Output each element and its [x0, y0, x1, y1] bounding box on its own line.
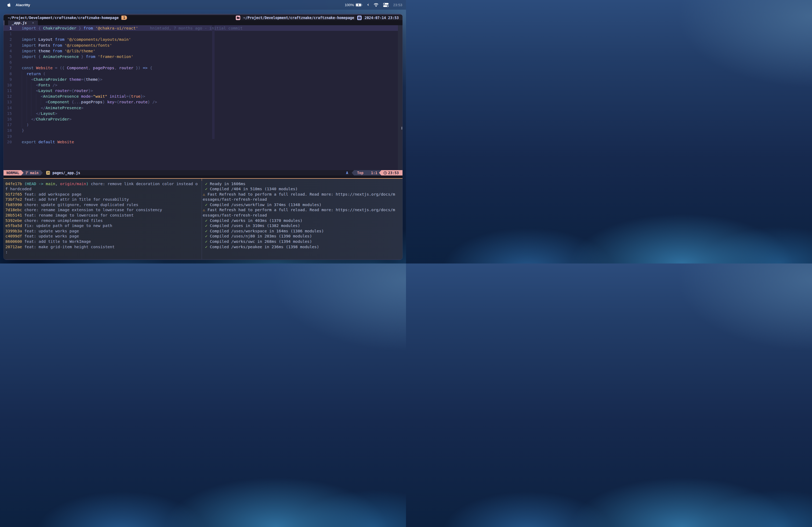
dev-log-line: ✓ Compiled /works in 403ms (1370 modules… — [203, 218, 403, 223]
active-app-name[interactable]: Alacritty — [16, 3, 30, 7]
text-segment: initial — [107, 94, 126, 99]
battery-icon — [356, 3, 362, 7]
text-segment: '@/lib/theme' — [62, 48, 95, 53]
tmux-datetime: 2024-07-14 23:53 — [362, 16, 403, 20]
text-segment: Compiled /404 in 510ms (1340 modules) — [207, 186, 298, 191]
text-segment: chore: remove unimplemented files — [25, 218, 103, 223]
code-line[interactable]: 13 <Component {...pageProps} key={router… — [3, 99, 403, 105]
code-line[interactable]: 15 </Layout> — [3, 110, 403, 116]
git-log-line: 8600600 feat: add title to WorkImage — [5, 239, 202, 244]
code-line[interactable]: 11 <Layout router={router}> — [3, 88, 403, 93]
text-segment: f hardcoded — [5, 186, 31, 191]
text-segment: router — [74, 88, 88, 93]
code-line[interactable]: 19 — [3, 133, 403, 139]
editor-buffer[interactable]: 1import { ChakraProvider } from '@chakra… — [3, 25, 403, 170]
wifi-icon[interactable] — [374, 3, 379, 7]
text-segment: } /> — [148, 100, 157, 104]
menu-bar-clock[interactable]: 23:53 — [393, 3, 402, 7]
dev-log-line: ✓ Compiled /uses/nj80 in 203ms (1390 mod… — [203, 234, 403, 239]
text-segment: < — [22, 88, 39, 93]
code-line[interactable]: 6 — [3, 59, 403, 65]
window-scrollbar[interactable] — [402, 127, 402, 130]
text-segment: Fast Refresh had to perform a full reloa… — [205, 207, 395, 212]
code-line[interactable]: 10 <Fonts /> — [3, 82, 403, 88]
code-line[interactable]: 14 </AnimatePresence> — [3, 105, 403, 110]
text-segment: hnimtadd, 7 months ago - initial commit — [138, 26, 243, 30]
text-segment: feat: make grid-item height consistent — [25, 244, 115, 249]
apple-menu-icon[interactable] — [7, 3, 11, 7]
text-segment: AnimatePresence — [43, 54, 79, 59]
text-segment: { — [36, 54, 43, 59]
line-number: 19 — [3, 133, 12, 139]
text-segment: ChakraProvider — [36, 117, 69, 121]
text-segment: chore: update gitignore, remove duplicat… — [25, 202, 138, 207]
text-segment: {... — [69, 100, 81, 104]
text-segment: => — [143, 65, 148, 70]
tab-app-js[interactable]: _app.js × — [8, 20, 38, 25]
text-segment: feat: add title to WorkImage — [25, 239, 91, 244]
code-line[interactable]: 1import { ChakraProvider } from '@chakra… — [3, 25, 403, 31]
dev-log-line: ✓ Compiled /404 in 510ms (1340 modules) — [203, 186, 403, 192]
code-line[interactable]: 5import { AnimatePresence } from 'framer… — [3, 54, 403, 59]
dev-server-pane[interactable]: ✓ Ready in 1606ms ✓ Compiled /404 in 510… — [202, 179, 403, 259]
tab-close-icon[interactable]: × — [32, 21, 34, 25]
text-segment — [203, 229, 205, 233]
text-segment: AnimatePresence — [43, 94, 79, 99]
control-center-icon[interactable] — [383, 3, 389, 7]
text-segment: AnimatePresence — [45, 105, 81, 110]
text-segment: : — [5, 250, 8, 254]
code-text: export default Website — [22, 139, 74, 145]
git-log-pane[interactable]: 04fe17b (HEAD -> main, origin/main) chor… — [3, 179, 202, 259]
text-segment: feat: add href attr in Title for reusabi… — [25, 197, 129, 201]
text-segment: ) — [86, 181, 91, 186]
text-segment: Compiled /uses in 310ms (1382 modules) — [207, 223, 300, 228]
code-line[interactable]: 4import theme from '@/lib/theme' — [3, 48, 403, 54]
line-number: 20 — [3, 139, 12, 145]
text-segment: > — [55, 111, 57, 116]
code-line[interactable]: 12 <AnimatePresence mode="wait" initial=… — [3, 93, 403, 99]
code-line[interactable]: 2import Layout from '@/components/layout… — [3, 36, 403, 42]
text-segment: Layout — [36, 37, 55, 42]
filetype-js-badge: JS — [46, 171, 50, 175]
text-segment: ✓ — [205, 223, 207, 228]
battery-status[interactable]: 100% — [345, 3, 363, 7]
text-segment: theme — [36, 48, 53, 53]
git-log-line: 73bf7e2 feat: add href attr in Title for… — [5, 197, 202, 202]
text-segment: from — [53, 43, 62, 47]
text-segment: > — [81, 105, 84, 110]
bottom-panes: 04fe17b (HEAD -> main, origin/main) chor… — [3, 179, 403, 259]
text-segment: 04fe17b — [5, 181, 25, 186]
scroll-position-label: Top — [357, 171, 364, 175]
code-line[interactable]: 8 return ( — [3, 71, 403, 76]
code-line[interactable]: 3import Fonts from '@/components/fonts' — [3, 42, 403, 48]
code-line[interactable]: 18} — [3, 127, 403, 133]
code-line[interactable]: 17 ) — [3, 122, 403, 127]
text-segment: Layout — [39, 88, 53, 93]
code-text: import { AnimatePresence } from 'framer-… — [22, 54, 133, 59]
text-segment: }> — [88, 88, 93, 93]
code-line[interactable]: 9 <ChakraProvider theme={theme}> — [3, 76, 403, 82]
code-line[interactable]: 20export default Website — [3, 139, 403, 145]
text-segment: </ — [22, 111, 41, 116]
code-line[interactable]: 16 </ChakraProvider> — [3, 116, 403, 122]
text-segment: feat: update works page — [25, 234, 79, 238]
code-text: import Fonts from '@/components/fonts' — [22, 42, 112, 48]
text-segment: ={ — [69, 88, 74, 93]
text-segment: default — [36, 139, 55, 144]
text-segment: from — [53, 48, 62, 53]
code-text: } — [22, 127, 24, 133]
chevron-icon[interactable]: ‹ — [367, 2, 369, 7]
text-segment: 3399b3a — [5, 229, 25, 233]
code-text: import theme from '@/lib/theme' — [22, 48, 95, 54]
text-segment — [203, 244, 205, 249]
code-line[interactable]: 1 — [3, 31, 403, 36]
code-text: return ( — [22, 71, 45, 76]
text-segment: '@chakra-ui/react' — [93, 26, 138, 30]
editor-right-gutter — [398, 25, 403, 170]
text-segment: ✓ — [205, 202, 207, 207]
tmux-window-index-badge[interactable]: 1 — [121, 16, 127, 20]
menu-bar-left: Alacritty — [0, 3, 30, 7]
code-line[interactable]: 7const Website = ({ Component, pageProps… — [3, 65, 403, 71]
register-indicator: A — [346, 171, 348, 175]
text-segment: ⚠ — [203, 207, 205, 212]
